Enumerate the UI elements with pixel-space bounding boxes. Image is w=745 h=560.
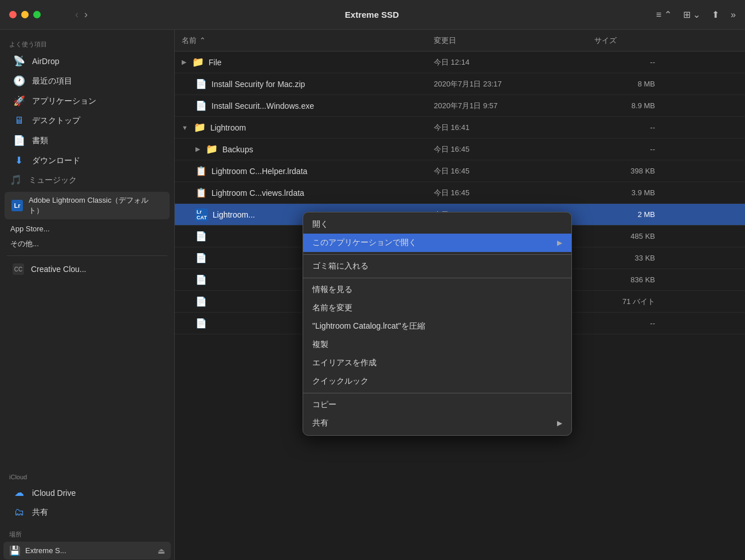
sidebar-applications-label: アプリケーション	[32, 96, 96, 107]
sidebar-item-creative-cloud[interactable]: CC Creative Clou...	[3, 260, 171, 278]
table-row[interactable]: 📋 Lightroom C...Helper.lrdata 今日 16:45 3…	[175, 160, 745, 182]
airdrop-icon: 📡	[13, 55, 25, 67]
more-icon[interactable]: »	[731, 10, 736, 20]
eject-button[interactable]: ⏏	[158, 546, 165, 555]
context-copy[interactable]: コピー	[303, 396, 571, 414]
sidebar: よく使う項目 📡 AirDrop 🕐 最近の項目 🚀 アプリケーション 🖥 デス…	[0, 30, 175, 560]
sidebar-item-documents[interactable]: 📄 書類	[3, 131, 171, 150]
file-date-cell: 今日 16:45	[427, 144, 587, 155]
context-quicklook[interactable]: クイックルック	[303, 372, 571, 391]
sidebar-item-shared[interactable]: 🗂 共有	[3, 503, 171, 522]
header-name[interactable]: 名前 ⌃	[175, 36, 427, 46]
list-view-icon[interactable]: ≡ ⌃	[656, 9, 672, 20]
downloads-icon: ⬇	[13, 155, 25, 167]
title-bar: ‹ › Extreme SSD ≡ ⌃ ⊞ ⌄ ⬆ »	[0, 0, 745, 30]
sidebar-item-downloads[interactable]: ⬇ ダウンロード	[3, 151, 171, 170]
app-store-option[interactable]: App Store...	[0, 222, 174, 236]
recents-icon: 🕐	[13, 75, 25, 87]
zip-icon: 📄	[195, 78, 207, 89]
sidebar-drive-item[interactable]: 💾 Extreme S... ⏏	[3, 542, 171, 559]
sidebar-documents-label: 書類	[32, 136, 48, 146]
file-size-cell: 71 バイト	[587, 297, 662, 307]
sidebar-item-music[interactable]: 🎵 ミュージック	[0, 171, 174, 190]
share-icon[interactable]: ⬆	[712, 9, 719, 20]
fullscreen-button[interactable]	[33, 11, 41, 18]
table-row[interactable]: ▶ 📁 File 今日 12:14 --	[175, 52, 745, 73]
header-date[interactable]: 変更日	[427, 36, 587, 46]
file-size-cell: --	[587, 58, 662, 66]
table-row[interactable]: 📄 Install Security for Mac.zip 2020年7月1日…	[175, 73, 745, 95]
folder-icon: 📁	[194, 121, 206, 133]
header-size[interactable]: サイズ	[587, 36, 662, 46]
drive-left: 💾 Extreme S...	[9, 545, 66, 556]
context-share[interactable]: 共有 ▶	[303, 414, 571, 432]
chevron-right-icon: ▶	[557, 239, 562, 247]
lrcat-icon: LrCAT	[195, 208, 208, 221]
open-with-app-name: Adobe Lightroom Classic（デフォルト）	[29, 195, 163, 216]
sidebar-recents-label: 最近の項目	[32, 76, 72, 86]
close-button[interactable]	[9, 11, 17, 18]
context-share-label: 共有	[312, 418, 328, 428]
file-name-label: Lightroom	[210, 123, 246, 132]
file-size-cell: 8 MB	[587, 80, 662, 88]
file-name-label: Lightroom...	[213, 210, 255, 219]
file-name-label: Install Security for Mac.zip	[211, 80, 305, 89]
table-row[interactable]: ▶ 📁 Backups 今日 16:45 --	[175, 139, 745, 160]
sidebar-desktop-label: デスクトップ	[32, 116, 80, 126]
context-alias[interactable]: エイリアスを作成	[303, 354, 571, 372]
sidebar-item-recents[interactable]: 🕐 最近の項目	[3, 72, 171, 90]
header-date-label: 変更日	[434, 36, 456, 46]
lrdata-icon: 📋	[195, 187, 207, 198]
context-compress[interactable]: "Lightroom Catalog.lrcat"を圧縮	[303, 317, 571, 336]
sidebar-item-desktop[interactable]: 🖥 デスクトップ	[3, 112, 171, 130]
file-icon: 📄	[195, 231, 207, 242]
lrdata-icon: 📋	[195, 165, 207, 176]
location-section-label: 場所	[0, 527, 174, 541]
file-name-cell: ▼ 📁 Lightroom	[175, 121, 427, 133]
sidebar-music-label: ミュージック	[29, 175, 77, 186]
grid-view-icon[interactable]: ⊞ ⌄	[683, 9, 700, 20]
context-alias-label: エイリアスを作成	[312, 358, 377, 368]
chevron-right-icon-2: ▶	[557, 419, 562, 427]
minimize-button[interactable]	[21, 11, 29, 18]
context-duplicate[interactable]: 複製	[303, 336, 571, 354]
context-trash[interactable]: ゴミ箱に入れる	[303, 257, 571, 275]
sidebar-divider-1	[7, 255, 167, 256]
other-apps-option[interactable]: その他...	[0, 236, 174, 252]
file-icon: 📄	[195, 296, 207, 307]
context-info[interactable]: 情報を見る	[303, 281, 571, 299]
context-copy-label: コピー	[312, 400, 336, 410]
exe-icon: 📄	[195, 100, 207, 111]
file-name-label: Install Securit...Windows.exe	[211, 101, 314, 111]
sidebar-downloads-label: ダウンロード	[32, 156, 80, 166]
file-size-cell: --	[587, 123, 662, 132]
context-rename[interactable]: 名前を変更	[303, 299, 571, 317]
context-divider-1	[303, 254, 571, 255]
context-open-with[interactable]: このアプリケーションで開く ▶	[303, 234, 571, 252]
file-size-cell: 836 KB	[587, 275, 662, 284]
expand-arrow-icon: ▶	[182, 58, 186, 66]
file-icon: 📄	[195, 318, 207, 329]
open-with-app-item[interactable]: Lr Adobe Lightroom Classic（デフォルト）	[5, 192, 170, 219]
file-date-cell: 今日 16:45	[427, 188, 587, 198]
sidebar-item-applications[interactable]: 🚀 アプリケーション	[3, 92, 171, 111]
lightroom-app-icon: Lr	[11, 200, 23, 211]
file-size-cell: 2 MB	[587, 210, 662, 219]
file-name-cell: ▶ 📁 File	[175, 56, 427, 68]
file-header: 名前 ⌃ 変更日 サイズ	[175, 30, 745, 52]
back-button[interactable]: ‹	[75, 9, 79, 21]
sidebar-item-icloud-drive[interactable]: ☁ iCloud Drive	[3, 483, 171, 502]
table-row[interactable]: 📄 Install Securit...Windows.exe 2020年7月1…	[175, 95, 745, 117]
table-row[interactable]: 📋 Lightroom C...views.lrdata 今日 16:45 3.…	[175, 182, 745, 204]
table-row[interactable]: ▼ 📁 Lightroom 今日 16:41 --	[175, 117, 745, 139]
folder-icon: 📁	[192, 56, 204, 68]
sidebar-item-airdrop[interactable]: 📡 AirDrop	[3, 52, 171, 70]
traffic-lights	[0, 11, 41, 18]
file-size-cell: 33 KB	[587, 254, 662, 262]
drive-icon: 💾	[9, 545, 21, 556]
sidebar-shared-label: 共有	[32, 507, 48, 518]
file-size-cell: 485 KB	[587, 232, 662, 240]
file-size-cell: --	[587, 145, 662, 153]
sort-icon: ⌃	[199, 36, 206, 45]
context-open[interactable]: 開く	[303, 215, 571, 234]
